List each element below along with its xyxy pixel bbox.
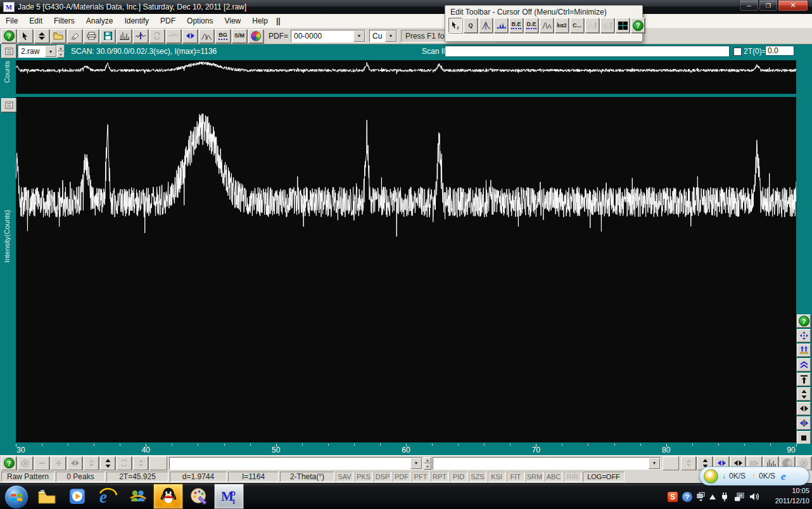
c-marker-button[interactable]: C... — [570, 18, 584, 33]
taskbar-app-qq[interactable] — [153, 484, 183, 509]
tray-volume-icon[interactable] — [749, 493, 759, 501]
indicator-szs[interactable]: SZS — [469, 472, 486, 482]
minimize-button[interactable] — [739, 1, 759, 11]
scan-id-input[interactable] — [445, 46, 730, 57]
dropdown-arrow-icon[interactable] — [649, 458, 660, 469]
chevron-up-double-button[interactable] — [797, 358, 811, 371]
edit-toolbar-title[interactable]: Edit Toolbar - Cursor Off (Menu/Ctrl=Min… — [445, 6, 642, 18]
menu-item-filters[interactable]: Filters — [48, 14, 80, 28]
fit-peaks-button[interactable] — [199, 29, 214, 43]
indicator-pid[interactable]: PID — [450, 472, 467, 482]
smooth-wave-button[interactable] — [133, 29, 148, 43]
open-folder-button[interactable] — [51, 29, 66, 43]
indicator-dsp[interactable]: DSP — [374, 472, 391, 482]
help-button[interactable] — [797, 314, 811, 328]
phase-combobox[interactable] — [433, 457, 661, 470]
zoom-q-button[interactable]: Q — [464, 18, 478, 33]
save-floppy-button[interactable] — [100, 29, 115, 43]
overlay-spinner[interactable] — [424, 457, 431, 470]
tray-restore-tray-icon[interactable] — [697, 492, 705, 501]
tray-show-hidden-icon[interactable] — [709, 494, 716, 499]
help-button[interactable] — [1, 456, 16, 470]
menu-item-analyze[interactable]: Analyze — [80, 14, 119, 28]
dropdown-arrow-icon[interactable] — [385, 30, 396, 42]
shift-up-button[interactable] — [797, 344, 811, 357]
pattern-stack-button[interactable] — [1, 98, 16, 112]
tray-network-icon[interactable] — [734, 493, 745, 501]
indicator-abc[interactable]: ABC — [545, 472, 562, 482]
taskbar-app-jade[interactable]: MDI — [214, 484, 244, 509]
menu-item-edit[interactable]: Edit — [23, 14, 48, 28]
taskbar-app-messenger[interactable] — [123, 484, 153, 509]
file-combobox[interactable]: 2.raw — [18, 45, 57, 58]
dropdown-arrow-icon[interactable] — [353, 30, 365, 42]
overview-chart[interactable] — [16, 60, 796, 94]
help-button[interactable] — [631, 18, 645, 33]
be-button[interactable]: B.E — [509, 18, 523, 33]
cursor-z-button[interactable]: z — [448, 18, 462, 33]
overlay-combobox[interactable] — [169, 457, 422, 470]
menu-item-file[interactable]: File — [0, 14, 23, 28]
maximize-button[interactable] — [759, 1, 778, 11]
tray-help-tray-icon[interactable] — [682, 492, 692, 502]
menu-item-identify[interactable]: Identify — [118, 14, 155, 28]
area-peaks-button[interactable] — [494, 18, 508, 33]
de-button[interactable]: D.E — [524, 18, 538, 33]
stop-square-button[interactable] — [797, 431, 811, 444]
menu-item-options[interactable]: Options — [181, 14, 219, 28]
anode-combobox[interactable]: Cu — [369, 30, 397, 42]
indicator-srm[interactable]: SRM — [526, 472, 543, 482]
taskbar-clock[interactable]: 10:05 2011/12/10 — [760, 486, 809, 506]
taskbar-app-paint[interactable] — [184, 484, 213, 509]
sort-updown-button[interactable] — [34, 29, 49, 43]
tray-sogou-icon[interactable]: S — [668, 492, 678, 502]
pattern-stack-button[interactable] — [1, 44, 16, 58]
tray-power-icon[interactable] — [720, 492, 730, 501]
grid-window-button[interactable] — [616, 18, 630, 33]
expand-h-black-button[interactable] — [797, 402, 811, 415]
menu-item-view[interactable]: View — [219, 14, 246, 28]
indicator-pdf[interactable]: PDF — [393, 472, 410, 482]
indicator-ksi[interactable]: KSI — [488, 472, 505, 482]
close-button[interactable] — [778, 1, 808, 11]
indicator-pks[interactable]: PKS — [355, 472, 372, 482]
peak-cursor-button[interactable] — [479, 18, 493, 33]
indicator-pft[interactable]: PFT — [412, 472, 429, 482]
indicator-rir[interactable]: RIR — [564, 472, 581, 482]
pattern-chart[interactable] — [16, 97, 796, 442]
indicator-rpt[interactable]: RPT — [431, 472, 448, 482]
ka2-button[interactable]: kα2 — [555, 18, 569, 33]
menu-item-help[interactable]: Help — [246, 14, 274, 28]
expand-v-black-button[interactable] — [100, 456, 115, 470]
bg-button[interactable]: BG — [215, 29, 231, 43]
split-h-button[interactable] — [797, 416, 811, 430]
dropdown-arrow-icon[interactable] — [45, 46, 56, 57]
taskbar-app-media-player[interactable] — [62, 484, 92, 509]
taskbar-app-internet-explorer[interactable]: e — [92, 484, 122, 509]
dropdown-arrow-icon[interactable] — [410, 458, 422, 469]
indicator-sav[interactable]: SAV — [336, 472, 353, 482]
pattern-bars-button[interactable] — [117, 29, 132, 43]
color-disc-button[interactable] — [248, 29, 263, 43]
printer-button[interactable] — [84, 29, 99, 43]
network-monitor-widget[interactable]: ↓ 0K/S ↑ 0K/S — [699, 467, 809, 486]
cursor-tool-button[interactable] — [18, 29, 33, 43]
expand-horizontal-button[interactable] — [182, 29, 198, 43]
log-scale-toggle[interactable]: LOG=OFF — [583, 472, 625, 482]
taskbar-app-explorer[interactable] — [32, 484, 61, 509]
edit-toolbar-window[interactable]: Edit Toolbar - Cursor Off (Menu/Ctrl=Min… — [445, 5, 643, 42]
file-spinner[interactable] — [57, 45, 65, 58]
indicator-fit[interactable]: FIT — [507, 472, 524, 482]
move-all-button[interactable] — [797, 329, 811, 342]
arrow-top-button[interactable] — [797, 373, 811, 386]
two-theta-zero-input[interactable]: 0.0 — [765, 46, 794, 56]
menu-item-pdf[interactable]: PDF — [155, 14, 181, 28]
profile-humps-button[interactable] — [540, 18, 554, 33]
eraser-button[interactable] — [67, 29, 82, 43]
sm-button[interactable]: S/M — [232, 29, 247, 43]
help-button[interactable] — [1, 29, 16, 43]
expand-v-black-button[interactable] — [797, 387, 811, 401]
pdf-combobox[interactable]: 00-0000 — [291, 30, 365, 42]
start-button[interactable] — [4, 485, 29, 509]
two-theta-zero-checkbox[interactable] — [733, 48, 742, 56]
